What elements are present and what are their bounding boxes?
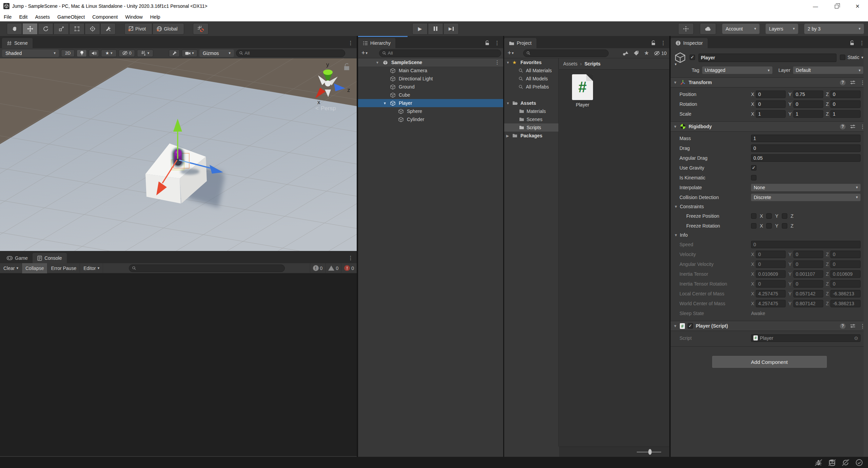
constraints-foldout[interactable]: ▼ Constraints — [671, 202, 868, 211]
position-y-field[interactable]: 0.75 — [793, 91, 823, 98]
lock-icon[interactable] — [485, 40, 490, 46]
layout-dropdown[interactable]: 2 by 3▾ — [804, 24, 864, 34]
angular-drag-field[interactable]: 0.05 — [751, 154, 861, 162]
scene-search-field[interactable] — [236, 50, 345, 57]
hierarchy-row-player[interactable]: ▼ Player — [358, 99, 503, 107]
tab-console[interactable]: Console — [33, 253, 66, 263]
scale-x-field[interactable]: 1 — [756, 110, 786, 118]
presets-icon[interactable] — [850, 80, 855, 85]
menu-edit[interactable]: Edit — [15, 14, 31, 20]
hand-tool-button[interactable] — [7, 23, 22, 35]
console-info-count[interactable]: ! 0 — [310, 263, 326, 273]
menu-assets[interactable]: Assets — [31, 14, 54, 20]
asset-player-script[interactable]: # Player — [568, 74, 597, 108]
assets-folder-root[interactable]: ▼ Assets — [504, 99, 558, 107]
tab-hierarchy[interactable]: Hierarchy — [358, 38, 395, 48]
rotation-z-field[interactable]: 0 — [830, 100, 861, 108]
scene-tools-overlay-button[interactable] — [169, 50, 180, 57]
gameobject-active-checkbox[interactable]: ✓ — [690, 55, 695, 60]
menu-component[interactable]: Component — [88, 14, 121, 20]
tab-game[interactable]: Game — [2, 253, 33, 263]
console-search-field[interactable] — [129, 265, 285, 272]
rect-tool-button[interactable] — [69, 23, 84, 35]
scene-grid-dropdown[interactable]: ▾ — [137, 50, 153, 57]
freeze-rotation-x-checkbox[interactable] — [751, 223, 756, 229]
help-icon[interactable]: ? — [840, 124, 846, 130]
favorites-all-materials[interactable]: All Materials — [504, 66, 558, 75]
tag-dropdown[interactable]: Untagged▾ — [702, 66, 772, 74]
hierarchy-row-main-camera[interactable]: Main Camera — [358, 66, 503, 75]
hierarchy-row-directional-light[interactable]: Directional Light — [358, 75, 503, 83]
menu-file[interactable]: File — [0, 14, 15, 20]
scene-lighting-button[interactable] — [77, 50, 87, 57]
position-x-field[interactable]: 0 — [756, 91, 786, 98]
custom-tool-button[interactable] — [100, 23, 116, 35]
tab-scene[interactable]: Scene — [2, 38, 33, 48]
project-visibility-toggle[interactable]: 10 — [654, 51, 667, 56]
console-error-count[interactable]: ! 0 — [341, 263, 357, 273]
project-panel-menu[interactable]: ⋮ — [660, 40, 666, 46]
hierarchy-row-cylinder[interactable]: Cylinder — [358, 115, 503, 123]
close-button[interactable]: × — [847, 0, 868, 12]
static-toggle[interactable]: Static ▾ — [840, 55, 863, 60]
script-object-field[interactable]: # Player ⊙ — [751, 334, 861, 342]
hierarchy-row-scene[interactable]: ▼ SampleScene ⋮ — [358, 58, 503, 66]
account-dropdown[interactable]: Account▾ — [722, 24, 760, 34]
presets-icon[interactable] — [850, 324, 855, 328]
project-search-field[interactable] — [523, 50, 609, 57]
search-by-type-icon[interactable] — [623, 51, 629, 56]
persp-chevron[interactable]: < — [315, 105, 319, 112]
rigidbody-header[interactable]: ▼ Rigidbody ? ⋮ — [671, 121, 868, 132]
drag-field[interactable]: 0 — [751, 144, 861, 152]
inspector-panel-menu[interactable]: ⋮ — [859, 40, 865, 46]
restore-button[interactable] — [826, 0, 847, 12]
save-search-icon[interactable]: ★ — [644, 50, 649, 57]
lock-icon[interactable] — [651, 40, 656, 46]
console-warning-count[interactable]: 0 — [325, 263, 341, 273]
scene-audio-button[interactable] — [89, 50, 99, 57]
position-z-field[interactable]: 0 — [830, 91, 861, 98]
tab-inspector[interactable]: Inspector — [671, 38, 708, 48]
freeze-position-x-checkbox[interactable] — [751, 213, 756, 219]
pivot-toggle-button[interactable]: Pivot — [124, 23, 152, 35]
tab-project[interactable]: Project — [504, 38, 536, 48]
collision-detection-dropdown[interactable]: Discrete▾ — [751, 194, 861, 201]
asset-zoom-slider-thumb[interactable] — [648, 449, 652, 455]
scene-row-menu[interactable]: ⋮ — [495, 59, 500, 65]
folder-scenes[interactable]: Scenes — [504, 115, 558, 123]
rotation-y-field[interactable]: 0 — [793, 100, 823, 108]
debugger-disabled-icon[interactable] — [814, 459, 823, 466]
scene-effects-dropdown[interactable]: ★▾ — [101, 50, 117, 57]
transform-header[interactable]: ▼ Transform ? ⋮ — [671, 77, 868, 87]
packages-folder-root[interactable]: ▶ Packages — [504, 132, 558, 140]
persp-label[interactable]: Persp — [321, 105, 336, 112]
hierarchy-row-cube[interactable]: Cube — [358, 91, 503, 99]
scene-camera-dropdown[interactable]: ▾ — [182, 50, 197, 57]
rotate-tool-button[interactable] — [38, 23, 53, 35]
console-panel-menu[interactable]: ⋮ — [348, 255, 353, 261]
lock-icon[interactable] — [850, 40, 854, 46]
hierarchy-create-button[interactable]: +▾ — [360, 50, 369, 57]
progress-ok-icon[interactable] — [855, 459, 863, 467]
info-foldout[interactable]: ▼ Info — [671, 231, 868, 239]
menu-gameobject[interactable]: GameObject — [54, 14, 88, 20]
shading-mode-dropdown[interactable]: Shaded▾ — [2, 50, 59, 57]
menu-help[interactable]: Help — [146, 14, 164, 20]
scale-y-field[interactable]: 1 — [793, 110, 823, 118]
step-button[interactable]: ▶ — [443, 23, 459, 35]
use-gravity-checkbox[interactable]: ✓ — [751, 165, 756, 171]
console-search-input[interactable] — [138, 266, 282, 271]
folder-materials[interactable]: Materials — [504, 107, 558, 115]
favorites-section[interactable]: ▼ ★ Favorites — [504, 58, 558, 66]
console-collapse-toggle[interactable]: Collapse — [22, 263, 47, 273]
search-by-label-icon[interactable] — [633, 51, 639, 56]
interpolate-dropdown[interactable]: None▾ — [751, 184, 861, 191]
gameobject-icon[interactable]: ▾ — [674, 52, 686, 64]
cloud-button[interactable] — [700, 23, 716, 35]
grid-snapping-button[interactable] — [193, 23, 209, 35]
project-create-button[interactable]: +▾ — [506, 50, 515, 57]
script-enabled-checkbox[interactable]: ✓ — [688, 323, 693, 329]
freeze-position-y-checkbox[interactable] — [766, 213, 772, 219]
breadcrumb-root[interactable]: Assets — [563, 61, 577, 66]
hierarchy-row-sphere[interactable]: Sphere — [358, 107, 503, 115]
